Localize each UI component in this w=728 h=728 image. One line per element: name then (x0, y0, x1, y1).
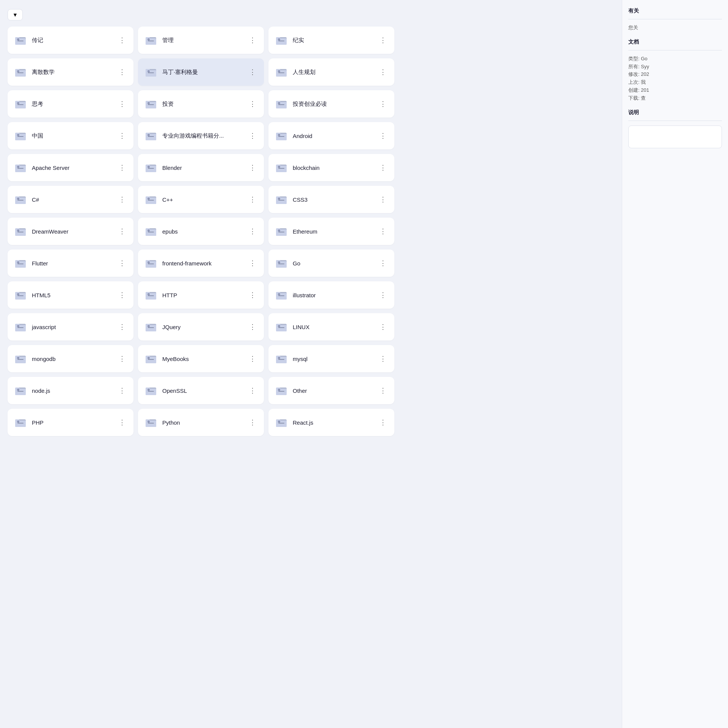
folder-more-button[interactable]: ⋮ (117, 353, 127, 364)
folder-more-button[interactable]: ⋮ (247, 353, 258, 364)
folder-item[interactable]: Android⋮ (268, 122, 394, 149)
folder-item[interactable]: OpenSSL⋮ (138, 377, 264, 404)
folder-name: blockchain (293, 165, 373, 171)
folder-more-button[interactable]: ⋮ (378, 35, 388, 46)
svg-point-110 (17, 420, 19, 423)
folder-more-button[interactable]: ⋮ (378, 353, 388, 364)
folder-item[interactable]: Python⋮ (138, 409, 264, 436)
folder-icon (14, 416, 27, 429)
folder-more-button[interactable]: ⋮ (378, 99, 388, 109)
sidebar-about-title: 有关 (628, 8, 722, 14)
folder-more-button[interactable]: ⋮ (117, 99, 127, 109)
folder-more-button[interactable]: ⋮ (247, 99, 258, 109)
folder-more-button[interactable]: ⋮ (378, 67, 388, 77)
folder-more-button[interactable]: ⋮ (117, 194, 127, 205)
folder-item[interactable]: 思考⋮ (8, 90, 133, 118)
folder-more-button[interactable]: ⋮ (117, 130, 127, 141)
folder-item[interactable]: frontend-framework⋮ (138, 249, 264, 277)
folder-item[interactable]: DreamWeaver⋮ (8, 218, 133, 245)
folder-more-button[interactable]: ⋮ (247, 258, 258, 268)
folder-item[interactable]: LINUX⋮ (268, 313, 394, 340)
svg-point-116 (278, 420, 280, 423)
folder-item[interactable]: Go⋮ (268, 249, 394, 277)
sidebar-description-box[interactable] (628, 126, 722, 148)
folder-item[interactable]: mysql⋮ (268, 345, 394, 372)
folder-more-button[interactable]: ⋮ (378, 194, 388, 205)
folder-more-button[interactable]: ⋮ (378, 417, 388, 428)
sidebar-about-content: 您关 (628, 24, 722, 32)
svg-rect-73 (17, 295, 24, 296)
folder-item[interactable]: JQuery⋮ (138, 313, 264, 340)
folder-item[interactable]: mongodb⋮ (8, 345, 133, 372)
folder-more-button[interactable]: ⋮ (247, 130, 258, 141)
sort-dropdown[interactable]: ▼ (8, 9, 23, 20)
folder-item[interactable]: Apache Server⋮ (8, 154, 133, 181)
folder-item[interactable]: React.js⋮ (268, 409, 394, 436)
folder-more-button[interactable]: ⋮ (117, 385, 127, 396)
folder-item[interactable]: 中国⋮ (8, 122, 133, 149)
folder-more-button[interactable]: ⋮ (247, 226, 258, 237)
folder-item[interactable]: Flutter⋮ (8, 249, 133, 277)
folder-item[interactable]: node.js⋮ (8, 377, 133, 404)
folder-item[interactable]: MyeBooks⋮ (138, 345, 264, 372)
svg-rect-7 (278, 41, 284, 41)
folder-item[interactable]: C++⋮ (138, 186, 264, 213)
svg-rect-55 (17, 232, 24, 232)
folder-item[interactable]: 人生规划⋮ (268, 58, 394, 86)
folder-more-button[interactable]: ⋮ (117, 417, 127, 428)
folder-more-button[interactable]: ⋮ (117, 67, 127, 77)
folder-more-button[interactable]: ⋮ (378, 226, 388, 237)
folder-name: Go (293, 260, 373, 267)
folder-more-button[interactable]: ⋮ (117, 162, 127, 173)
folder-item[interactable]: HTTP⋮ (138, 281, 264, 309)
folder-item[interactable]: 投资创业必读⋮ (268, 90, 394, 118)
folder-item[interactable]: 投资⋮ (138, 90, 264, 118)
folder-icon (144, 65, 158, 79)
folder-more-button[interactable]: ⋮ (247, 290, 258, 300)
folder-item[interactable]: Other⋮ (268, 377, 394, 404)
svg-rect-115 (278, 423, 284, 424)
folder-item[interactable]: 离散数学⋮ (8, 58, 133, 86)
folder-more-button[interactable]: ⋮ (247, 322, 258, 332)
folder-more-button[interactable]: ⋮ (117, 258, 127, 268)
folder-item[interactable]: Ethereum⋮ (268, 218, 394, 245)
folder-more-button[interactable]: ⋮ (117, 290, 127, 300)
folder-item[interactable]: 管理⋮ (138, 27, 264, 54)
folder-item[interactable]: epubs⋮ (138, 218, 264, 245)
folder-more-button[interactable]: ⋮ (117, 35, 127, 46)
folder-item[interactable]: 传记⋮ (8, 27, 133, 54)
folder-item[interactable]: CSS3⋮ (268, 186, 394, 213)
folder-icon (14, 288, 27, 302)
svg-rect-13 (148, 72, 154, 73)
folder-item[interactable]: PHP⋮ (8, 409, 133, 436)
svg-point-8 (278, 38, 280, 41)
folder-item[interactable]: HTML5⋮ (8, 281, 133, 309)
folder-more-button[interactable]: ⋮ (378, 130, 388, 141)
folder-name: mysql (293, 356, 373, 362)
folder-more-button[interactable]: ⋮ (247, 162, 258, 173)
folder-more-button[interactable]: ⋮ (378, 258, 388, 268)
folder-item[interactable]: illustrator⋮ (268, 281, 394, 309)
folder-more-button[interactable]: ⋮ (378, 162, 388, 173)
folder-name: 中国 (32, 132, 112, 140)
folder-more-button[interactable]: ⋮ (247, 385, 258, 396)
folder-name: Other (293, 388, 373, 394)
folder-item[interactable]: C#⋮ (8, 186, 133, 213)
folder-item[interactable]: 专业向游戏编程书籍分...⋮ (138, 122, 264, 149)
folder-item[interactable]: Blender⋮ (138, 154, 264, 181)
folder-name: 投资 (162, 100, 243, 108)
folder-more-button[interactable]: ⋮ (247, 35, 258, 46)
folder-more-button[interactable]: ⋮ (378, 322, 388, 332)
folder-more-button[interactable]: ⋮ (247, 194, 258, 205)
folder-more-button[interactable]: ⋮ (378, 290, 388, 300)
folder-more-button[interactable]: ⋮ (247, 67, 258, 77)
folder-item[interactable]: blockchain⋮ (268, 154, 394, 181)
folder-more-button[interactable]: ⋮ (117, 226, 127, 237)
folder-item[interactable]: javascript⋮ (8, 313, 133, 340)
folder-item[interactable]: 纪实⋮ (268, 27, 394, 54)
folder-item[interactable]: 马丁·塞利格曼⋮ (138, 58, 264, 86)
svg-rect-1 (17, 41, 24, 41)
folder-more-button[interactable]: ⋮ (117, 322, 127, 332)
folder-more-button[interactable]: ⋮ (247, 417, 258, 428)
folder-more-button[interactable]: ⋮ (378, 385, 388, 396)
